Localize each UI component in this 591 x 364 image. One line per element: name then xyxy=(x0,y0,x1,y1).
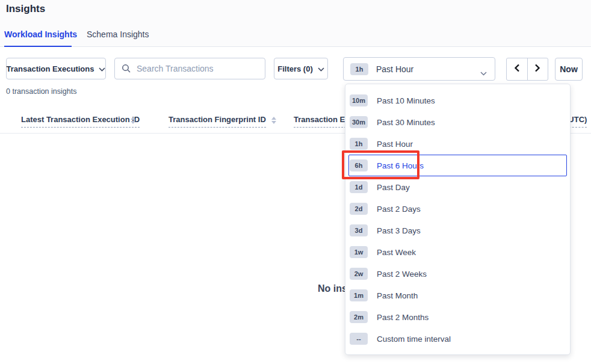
now-button-label: Now xyxy=(560,64,578,74)
page-title: Insights xyxy=(6,3,45,15)
time-option-badge: 2w xyxy=(350,268,368,280)
time-option-badge: -- xyxy=(350,333,368,345)
time-option-badge: 6h xyxy=(350,159,368,171)
time-option[interactable]: 2m Past 2 Months xyxy=(345,306,570,328)
time-option[interactable]: 1m Past Month xyxy=(345,285,570,306)
time-option-label: Past 10 Minutes xyxy=(377,96,435,105)
time-option-badge: 1h xyxy=(350,138,368,150)
time-option-label: Past 2 Days xyxy=(377,205,421,214)
transaction-type-select-label: Transaction Executions xyxy=(7,64,94,73)
time-option[interactable]: 1h Past Hour xyxy=(345,133,570,155)
chevron-left-icon xyxy=(513,63,521,75)
time-option-badge: 2d xyxy=(350,203,368,215)
time-option-label: Past 30 Minutes xyxy=(377,118,435,127)
time-option-badge: 1m xyxy=(350,289,368,301)
time-option[interactable]: 2w Past 2 Weeks xyxy=(345,263,570,285)
search-input[interactable] xyxy=(114,58,265,79)
active-tab-underline xyxy=(4,46,72,47)
time-range-badge: 1h xyxy=(350,63,368,75)
time-option[interactable]: 1w Past Week xyxy=(345,241,570,263)
column-header-latest-transaction-execution-id[interactable]: Latest Transaction Execution ID xyxy=(21,115,140,128)
time-option[interactable]: -- Custom time interval xyxy=(345,328,570,350)
chevron-down-icon xyxy=(318,64,324,73)
time-option[interactable]: 10m Past 10 Minutes xyxy=(345,90,570,111)
transaction-type-select[interactable]: Transaction Executions xyxy=(6,58,106,79)
time-option[interactable]: 1d Past Day xyxy=(345,176,570,198)
filters-button[interactable]: Filters (0) xyxy=(274,58,328,79)
chevron-down-icon xyxy=(480,67,487,78)
time-range-dropdown: 10m Past 10 Minutes 30m Past 30 Minutes … xyxy=(345,84,571,355)
time-option-label: Past Hour xyxy=(377,140,413,149)
header-band xyxy=(0,0,591,46)
time-option-badge: 10m xyxy=(350,94,368,106)
time-option[interactable]: 6h Past 6 Hours xyxy=(348,155,567,176)
tab-schema-insights[interactable]: Schema Insights xyxy=(87,29,149,39)
chevron-down-icon xyxy=(99,64,105,73)
time-option-badge: 1w xyxy=(350,246,368,258)
sort-icon[interactable] xyxy=(271,117,276,124)
filters-button-label: Filters (0) xyxy=(277,64,313,73)
time-option-label: Past Month xyxy=(377,291,418,300)
prev-interval-button[interactable] xyxy=(507,58,527,80)
time-option-label: Custom time interval xyxy=(377,335,451,344)
time-option-label: Past 6 Hours xyxy=(377,161,424,170)
now-button[interactable]: Now xyxy=(555,58,583,81)
time-option-badge: 3d xyxy=(350,224,368,236)
time-range-label: Past Hour xyxy=(376,64,413,74)
time-option-label: Past 3 Days xyxy=(377,226,421,235)
time-option[interactable]: 2d Past 2 Days xyxy=(345,198,570,220)
insights-count: 0 transaction insights xyxy=(6,87,76,96)
tabs-divider xyxy=(0,46,591,47)
interval-arrow-group xyxy=(506,58,548,81)
time-option-label: Past 2 Months xyxy=(377,313,429,322)
time-option-label: Past 2 Weeks xyxy=(377,270,427,279)
time-option-badge: 30m xyxy=(350,116,368,128)
sort-icon[interactable] xyxy=(131,117,135,124)
next-interval-button[interactable] xyxy=(527,58,548,80)
time-option[interactable]: 30m Past 30 Minutes xyxy=(345,111,570,133)
time-option-label: Past Day xyxy=(377,183,410,192)
time-range-trigger[interactable]: 1h Past Hour xyxy=(343,57,495,81)
column-header-transaction-execution[interactable]: Transaction Ex xyxy=(294,115,349,128)
time-option[interactable]: 3d Past 3 Days xyxy=(345,220,570,241)
time-option-badge: 2m xyxy=(350,311,368,323)
tab-workload-insights[interactable]: Workload Insights xyxy=(4,29,77,39)
chevron-right-icon xyxy=(534,63,541,75)
time-option-label: Past Week xyxy=(377,248,416,257)
time-option-badge: 1d xyxy=(350,181,368,193)
column-header-transaction-fingerprint-id[interactable]: Transaction Fingerprint ID xyxy=(169,115,266,128)
